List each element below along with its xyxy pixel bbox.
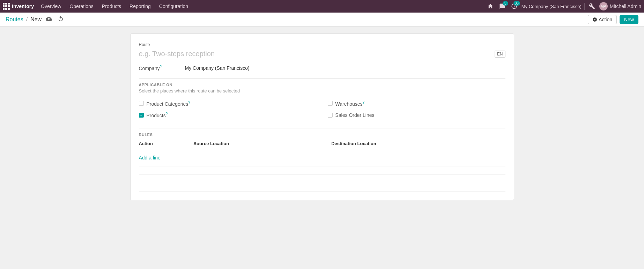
label-warehouses: Warehouses? <box>335 100 365 107</box>
products-tooltip[interactable]: ? <box>166 112 168 116</box>
rules-table-header: Action Source Location Destination Locat… <box>139 138 505 149</box>
product-categories-tooltip[interactable]: ? <box>188 100 190 104</box>
page-content: Route EN Company? My Company (San Franci… <box>0 27 644 269</box>
action-button[interactable]: Action <box>588 15 617 24</box>
empty-row-1 <box>139 166 505 174</box>
company-value[interactable]: My Company (San Francisco) <box>185 65 250 71</box>
topbar-right: 5 36 My Company (San Francisco) MA Mitch… <box>486 2 641 11</box>
checkbox-sales-order-lines[interactable] <box>328 113 333 118</box>
company-label: My Company (San Francisco) <box>521 4 582 9</box>
clock-badge: 36 <box>513 1 520 6</box>
app-logo[interactable]: Inventory <box>3 3 34 10</box>
rules-table-body: Add a line <box>139 149 505 191</box>
empty-row-3 <box>139 183 505 191</box>
main-nav: Overview Operations Products Reporting C… <box>37 0 192 13</box>
nav-configuration[interactable]: Configuration <box>155 0 192 13</box>
label-product-categories: Product Categories? <box>147 100 190 107</box>
checkbox-warehouses[interactable] <box>328 101 333 106</box>
add-line-button[interactable]: Add a line <box>139 152 161 163</box>
lang-badge[interactable]: EN <box>495 51 505 58</box>
company-field-row: Company? My Company (San Francisco) <box>139 65 505 71</box>
user-menu[interactable]: MA Mitchell Admin <box>599 2 641 10</box>
nav-overview[interactable]: Overview <box>37 0 65 13</box>
col-action: Action <box>139 138 194 149</box>
checkbox-product-categories[interactable] <box>139 101 144 106</box>
rules-title: RULES <box>139 133 505 137</box>
applicable-on-subtitle: Select the places where this route can b… <box>139 88 505 94</box>
home-icon[interactable] <box>486 2 495 11</box>
new-button[interactable]: New <box>620 15 638 24</box>
route-label: Route <box>139 42 505 47</box>
nav-products[interactable]: Products <box>98 0 125 13</box>
label-products: Products? <box>147 112 168 118</box>
checkbox-products[interactable] <box>139 113 144 118</box>
add-line-row: Add a line <box>139 149 505 166</box>
route-name-input[interactable] <box>139 48 492 59</box>
check-row-sales-order-lines: Sales Order Lines <box>328 111 505 120</box>
breadcrumb-actions: Action New <box>588 15 638 24</box>
check-row-warehouses: Warehouses? <box>328 99 505 108</box>
user-name: Mitchell Admin <box>610 3 641 9</box>
breadcrumb-separator: / <box>26 16 28 23</box>
col-destination-location: Destination Location <box>331 138 505 149</box>
breadcrumb-current: New <box>30 16 42 23</box>
rules-table: Action Source Location Destination Locat… <box>139 138 505 192</box>
app-name: Inventory <box>12 3 34 9</box>
chat-badge: 5 <box>503 1 508 6</box>
avatar: MA <box>599 2 608 10</box>
warehouses-tooltip[interactable]: ? <box>363 100 365 104</box>
empty-row-2 <box>139 174 505 183</box>
discard-icon[interactable] <box>56 14 65 25</box>
add-line-cell: Add a line <box>139 149 505 166</box>
grid-icon <box>3 3 10 10</box>
applicable-on-divider <box>139 78 505 79</box>
wrench-icon[interactable] <box>587 2 597 11</box>
company-label: Company? <box>139 65 181 71</box>
topbar: Inventory Overview Operations Products R… <box>0 0 644 13</box>
breadcrumb-bar: Routes / New Action New <box>0 13 644 27</box>
form-card: Route EN Company? My Company (San Franci… <box>130 33 514 200</box>
cloud-save-icon[interactable] <box>44 14 53 25</box>
rules-section: RULES Action Source Location Destination… <box>139 128 505 192</box>
rules-divider <box>139 128 505 128</box>
chat-icon[interactable]: 5 <box>498 2 507 11</box>
check-row-products: Products? <box>139 111 317 120</box>
route-name-row: EN <box>139 48 505 59</box>
applicable-on-title: APPLICABLE ON <box>139 83 505 87</box>
nav-operations[interactable]: Operations <box>65 0 97 13</box>
applicable-on-grid: Product Categories? Warehouses? Products… <box>139 99 505 120</box>
check-row-product-categories: Product Categories? <box>139 99 317 108</box>
company-tooltip[interactable]: ? <box>160 65 162 69</box>
topbar-divider <box>584 3 585 10</box>
col-source-location: Source Location <box>193 138 331 149</box>
breadcrumb-parent[interactable]: Routes <box>6 16 23 23</box>
rules-header-row: Action Source Location Destination Locat… <box>139 138 505 149</box>
nav-reporting[interactable]: Reporting <box>125 0 155 13</box>
clock-icon[interactable]: 36 <box>510 2 519 11</box>
label-sales-order-lines: Sales Order Lines <box>335 112 375 118</box>
